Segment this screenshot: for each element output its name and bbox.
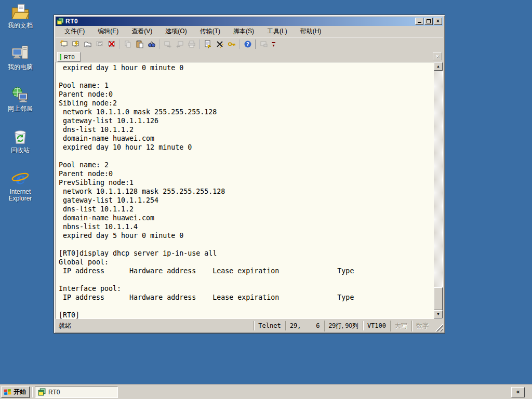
toolbar-separator [119,39,120,49]
help-icon[interactable]: ? [242,38,254,50]
menu-tools[interactable]: 工具(L) [262,26,292,37]
menu-script[interactable]: 脚本(S) [229,26,259,37]
status-protocol: Telnet [254,321,285,330]
tab-close-icon[interactable]: × [433,52,442,60]
app-icon [57,18,64,25]
task-label: RT0 [48,389,60,396]
menu-edit[interactable]: 编辑(E) [93,26,123,37]
desktop-icon-label: 我的文档 [1,22,39,29]
menu-file[interactable]: 文件(F) [60,26,89,37]
my-documents-icon [11,3,30,21]
status-cursor-position: 29, 6 [285,321,324,330]
windows-logo-icon [3,388,12,396]
taskbar-separator [32,387,33,397]
resize-grip[interactable] [435,323,443,331]
desktop-icon-recycle-bin[interactable]: 回收站 [1,128,39,154]
menu-view[interactable]: 查看(V) [127,26,157,37]
menu-bar: 文件(F) 编辑(E) 查看(V) 选项(O) 传输(T) 脚本(S) 工具(L… [56,26,443,37]
desktop-icon-my-documents[interactable]: 我的文档 [1,3,39,29]
status-caps-lock: 大写 [390,321,411,331]
receive-file-icon[interactable] [174,38,185,50]
reconnect-icon[interactable] [94,38,105,50]
status-ready: 就绪 [56,322,254,330]
quick-connect-icon[interactable] [58,38,70,50]
connected-indicator [60,54,61,60]
print-icon[interactable] [185,38,197,50]
taskbar: 开始 RT0 « [0,384,532,399]
maximize-button[interactable] [424,18,433,25]
toolbar-separator [239,39,240,49]
start-label: 开始 [14,388,26,396]
scroll-down-icon[interactable]: ▼ [434,310,443,318]
start-button[interactable]: 开始 [1,387,30,398]
desktop-icon-label: Internet Explorer [1,189,39,202]
task-button-rt0[interactable]: RT0 [35,387,118,398]
find-icon[interactable] [145,38,157,50]
session-options-icon[interactable] [214,38,225,50]
scrollbar-track[interactable] [434,71,443,310]
menu-help[interactable]: 帮助(H) [296,26,326,37]
close-button[interactable]: × [434,18,442,25]
status-emulation: VT100 [363,321,390,330]
recycle-bin-icon [11,128,30,145]
status-terminal-size: 29行, 90列 [324,321,363,331]
tab-rt0[interactable]: RT0 [57,52,81,62]
capture-icon[interactable] [258,38,270,50]
toolbar-overflow-icon[interactable]: ▾ [270,39,277,49]
disconnect-icon[interactable] [105,38,117,50]
status-bar: 就绪 Telnet 29, 6 29行, 90列 VT100 大写 数字 [56,320,443,331]
securecrt-window: RT0 × 文件(F) 编辑(E) 查看(V) 选项(O) 传输(T) 脚本(S… [54,15,445,334]
minimize-button[interactable] [415,18,423,25]
app-icon [38,388,46,396]
internet-explorer-icon: e [11,169,30,187]
paste-icon[interactable] [134,38,145,50]
toolbar: ? ▾ [56,37,443,51]
desktop-icon-my-computer[interactable]: 我的电脑 [1,45,39,71]
connect-icon[interactable] [70,38,82,50]
menu-transfer[interactable]: 传输(T) [195,26,225,37]
tab-label: RT0 [64,54,75,60]
desktop-icon-label: 回收站 [1,147,39,154]
desktop-icon-label: 我的电脑 [1,64,39,71]
desktop-icon-label: 网上邻居 [1,105,39,112]
tab-bar: RT0 × [56,51,443,62]
status-num-lock: 数字 [411,321,433,331]
window-title: RT0 [65,18,414,25]
svg-text:?: ? [246,42,249,47]
terminal-output: expired day 1 hour 0 minute 0 Pool name:… [56,62,434,318]
vertical-scrollbar[interactable]: ▲ ▼ [434,62,443,318]
properties-icon[interactable] [202,38,214,50]
copy-icon[interactable] [122,38,134,50]
scroll-up-icon[interactable]: ▲ [434,62,443,71]
menu-options[interactable]: 选项(O) [161,26,191,37]
send-file-icon[interactable] [162,38,174,50]
key-icon[interactable] [225,38,237,50]
desktop-icon-network-places[interactable]: 网上邻居 [1,86,39,112]
desktop-icon-internet-explorer[interactable]: e Internet Explorer [1,169,39,202]
window-titlebar[interactable]: RT0 × [56,17,443,26]
sessions-icon[interactable] [82,38,94,50]
toolbar-separator [199,39,200,49]
my-computer-icon [11,45,30,62]
toolbar-separator [159,39,160,49]
collapse-tray-button[interactable]: « [511,387,525,397]
terminal-area[interactable]: expired day 1 hour 0 minute 0 Pool name:… [56,62,443,319]
scrollbar-thumb[interactable] [434,287,443,310]
network-places-icon [11,86,30,104]
toolbar-separator [255,39,256,49]
